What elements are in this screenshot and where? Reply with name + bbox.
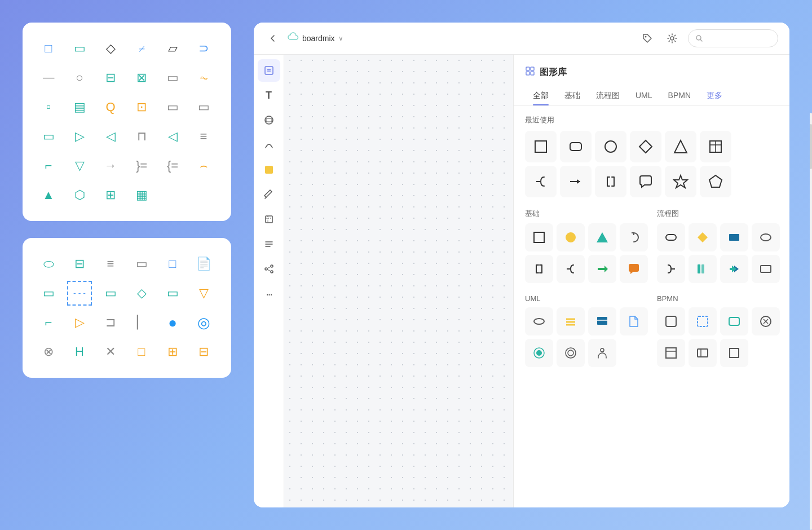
shape-cell[interactable]: }= (129, 153, 154, 178)
basic-triangle-filled[interactable] (588, 223, 616, 251)
lib-shape-circle[interactable] (595, 131, 626, 162)
settings-button[interactable] (663, 29, 681, 47)
basic-bracket[interactable] (525, 255, 553, 283)
flow-striped[interactable] (689, 255, 717, 283)
uml-circle-inner[interactable] (525, 339, 553, 367)
bpmn-rect-outline[interactable] (689, 339, 717, 367)
crop-tool-btn[interactable] (258, 208, 280, 231)
shape-cell[interactable]: ⊐ (98, 310, 123, 335)
shape-cell[interactable]: ⊟ (98, 65, 123, 90)
shape-cell[interactable]: ▭ (67, 36, 92, 61)
lib-shape-diamond[interactable] (630, 131, 661, 162)
text-tool-btn[interactable]: T (258, 84, 280, 107)
shape-cell[interactable]: H (67, 339, 92, 364)
shape-cell[interactable]: ⌿ (129, 36, 154, 61)
lib-shape-arrow[interactable] (560, 166, 592, 197)
shape-cell[interactable]: ⊞ (160, 339, 185, 364)
flow-diamond-filled[interactable] (689, 223, 717, 251)
shape-cell[interactable]: ⏦ (191, 65, 216, 90)
shape-cell[interactable]: ▱ (160, 36, 185, 61)
bpmn-square[interactable] (720, 339, 748, 367)
note-tool-btn[interactable] (258, 158, 280, 181)
bpmn-circle-x[interactable] (752, 307, 780, 335)
uml-rect-blue[interactable] (588, 307, 616, 335)
shape-cell[interactable]: ⌐ (36, 153, 61, 178)
shape-tool-btn[interactable] (258, 109, 280, 131)
shape-cell[interactable]: ▭ (36, 124, 61, 149)
shape-cell[interactable]: {= (160, 153, 185, 178)
shape-cell[interactable]: ≡ (191, 124, 216, 149)
lib-shape-square-bracket[interactable] (595, 166, 626, 197)
canvas-area[interactable] (284, 55, 513, 507)
shape-cell[interactable]: ⊟ (191, 339, 216, 364)
shape-cell[interactable]: ⊟ (67, 251, 92, 276)
back-button[interactable] (265, 30, 281, 46)
shape-cell[interactable]: ▲ (36, 183, 61, 207)
shape-cell[interactable]: ⌢ (191, 153, 216, 178)
shape-cell[interactable]: □ (36, 36, 61, 61)
shape-cell[interactable]: ⊗ (36, 339, 61, 364)
basic-cycle[interactable] (620, 223, 648, 251)
lib-shape-star[interactable] (665, 166, 696, 197)
uml-lines[interactable] (557, 307, 585, 335)
lib-shape-triangle[interactable] (665, 131, 696, 162)
shape-cell[interactable]: ◁ (160, 124, 185, 149)
lib-shape-pentagon[interactable] (700, 166, 731, 197)
flow-rounded-rect[interactable] (657, 223, 685, 251)
lib-shape-bracket-right[interactable] (525, 166, 557, 197)
bpmn-rect-lines[interactable] (657, 339, 685, 367)
shape-cell[interactable]: ◇ (129, 281, 154, 306)
shape-cell[interactable]: □ (129, 339, 154, 364)
basic-bubble-orange[interactable] (620, 255, 648, 283)
tab-uml[interactable]: UML (628, 86, 660, 105)
shape-cell[interactable]: ⊃ (191, 36, 216, 61)
diagram-tool-btn[interactable] (258, 258, 280, 280)
shape-cell[interactable]: ⊡ (129, 95, 154, 120)
shape-cell[interactable]: ▷ (67, 124, 92, 149)
shape-cell[interactable]: → (98, 153, 123, 178)
shape-cell[interactable]: ▏ (129, 310, 154, 335)
dropdown-chevron[interactable]: ∨ (338, 34, 343, 42)
shape-cell[interactable]: ▷ (67, 310, 92, 335)
pencil-tool-btn[interactable] (258, 59, 280, 82)
tab-all[interactable]: 全部 (525, 86, 557, 105)
shape-cell[interactable]: ✕ (98, 339, 123, 364)
shape-cell[interactable]: ≡ (98, 251, 123, 276)
tab-basic[interactable]: 基础 (557, 86, 588, 105)
tag-button[interactable] (638, 29, 656, 47)
uml-oval[interactable] (525, 307, 553, 335)
tab-flowchart[interactable]: 流程图 (588, 86, 628, 105)
shape-cell[interactable]: ▤ (67, 95, 92, 120)
shape-cell[interactable]: ⊠ (129, 65, 154, 90)
shape-cell[interactable]: ▦ (129, 183, 154, 207)
more-tool-btn[interactable]: ··· (258, 282, 280, 305)
shape-cell[interactable]: ▽ (67, 153, 92, 178)
shape-cell[interactable]: ⊞ (98, 183, 123, 207)
shape-cell[interactable]: ▭ (98, 281, 123, 306)
lib-shape-rounded-rect[interactable] (560, 131, 592, 162)
shape-cell[interactable]: ⬭ (36, 251, 61, 276)
lib-shape-table[interactable] (700, 131, 731, 162)
tab-bpmn[interactable]: BPMN (660, 86, 699, 105)
bpmn-square-corners[interactable] (657, 307, 685, 335)
shape-cell[interactable]: ◎ (191, 310, 216, 335)
shape-cell[interactable]: ⊓ (129, 124, 154, 149)
lib-shape-bubble[interactable] (630, 166, 661, 197)
basic-arrow-filled[interactable] (588, 255, 616, 283)
bpmn-dotted-rect[interactable] (689, 307, 717, 335)
uml-document[interactable] (620, 307, 648, 335)
shape-cell[interactable]: ⸻ (36, 65, 61, 90)
list-tool-btn[interactable] (258, 233, 280, 255)
uml-person[interactable] (588, 339, 616, 367)
search-bar[interactable] (688, 29, 778, 47)
curve-tool-btn[interactable] (258, 134, 280, 156)
shape-cell[interactable]: ▭ (129, 251, 154, 276)
shape-cell[interactable]: ● (160, 310, 185, 335)
shape-cell[interactable]: ⬡ (67, 183, 92, 207)
shape-cell[interactable]: ▭ (160, 95, 185, 120)
shape-cell[interactable]: ▭ (191, 95, 216, 120)
shape-cell[interactable]: ▭ (160, 281, 185, 306)
flow-oval[interactable] (752, 223, 780, 251)
shape-cell[interactable]: ◁ (98, 124, 123, 149)
shape-cell[interactable]: ⌐ (36, 310, 61, 335)
